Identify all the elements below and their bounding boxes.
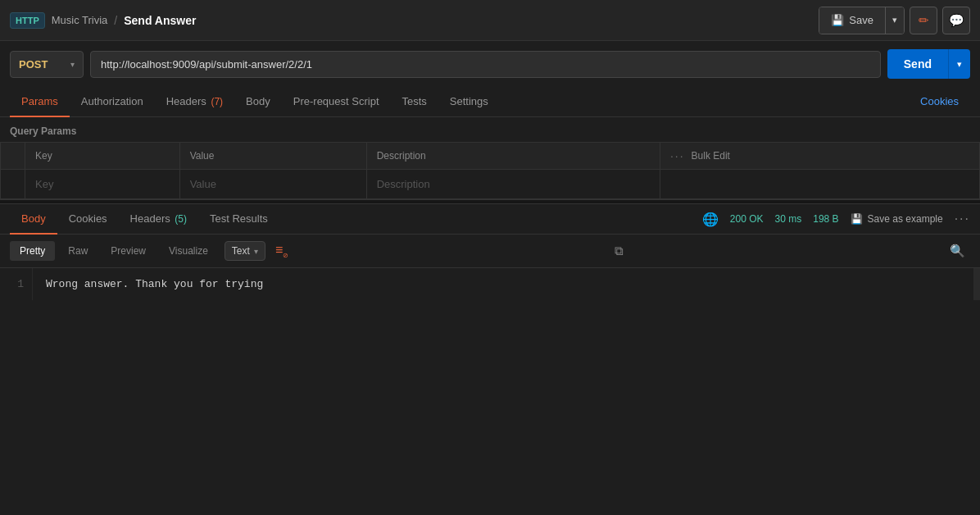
params-bulk-edit-header[interactable]: ··· Bulk Edit: [660, 143, 979, 170]
line-gutter: 1: [0, 268, 33, 300]
method-chevron-icon: ▾: [70, 60, 75, 69]
response-tab-test-results[interactable]: Test Results: [198, 204, 279, 235]
save-label: Save: [849, 14, 873, 26]
params-checkbox-col: [1, 143, 25, 170]
scrollbar[interactable]: [973, 268, 980, 300]
save-button-group: 💾 Save ▾: [819, 7, 905, 34]
bulk-edit-label[interactable]: Bulk Edit: [692, 150, 730, 162]
globe-icon: 🌐: [702, 212, 719, 227]
format-type-chevron-icon: ▾: [254, 247, 258, 256]
response-tab-headers[interactable]: Headers (5): [119, 204, 198, 235]
copy-icon: ⧉: [615, 244, 624, 258]
tab-pre-request-script[interactable]: Pre-request Script: [282, 87, 391, 117]
status-size: 198 B: [813, 213, 838, 225]
send-button-group: Send ▾: [887, 49, 970, 79]
bulk-edit-dots-icon: ···: [670, 149, 685, 162]
search-button[interactable]: 🔍: [945, 240, 970, 262]
header: HTTP Music Trivia / Send Answer 💾 Save ▾…: [0, 0, 980, 41]
http-badge: HTTP: [10, 12, 45, 29]
format-bar: Pretty Raw Preview Visualize Text ▾ ≡⊘ ⧉…: [0, 235, 980, 268]
filter-icon: ≡⊘: [275, 243, 288, 257]
params-key-header: Key: [25, 143, 180, 170]
save-example-label: Save as example: [868, 213, 943, 225]
edit-button[interactable]: ✏: [910, 7, 937, 34]
params-description-cell[interactable]: Description: [366, 170, 660, 199]
breadcrumb-collection: Music Trivia: [52, 14, 108, 26]
floppy-small-icon: 💾: [851, 213, 863, 225]
response-tab-cookies[interactable]: Cookies: [57, 204, 119, 235]
method-label: POST: [19, 58, 48, 71]
search-icon: 🔍: [950, 244, 965, 258]
response-tabs-bar: Body Cookies Headers (5) Test Results 🌐 …: [0, 204, 980, 235]
response-tab-body[interactable]: Body: [10, 204, 57, 235]
more-options-icon[interactable]: ···: [955, 212, 970, 226]
format-type-select[interactable]: Text ▾: [225, 241, 265, 261]
tab-headers[interactable]: Headers (7): [155, 87, 234, 117]
response-status-area: 🌐 200 OK 30 ms 198 B 💾 Save as example ·…: [702, 212, 970, 227]
filter-icon-button[interactable]: ≡⊘: [270, 239, 293, 262]
save-button[interactable]: 💾 Save: [819, 7, 885, 34]
query-params-title: Query Params: [0, 117, 980, 142]
send-dropdown-button[interactable]: ▾: [948, 49, 970, 79]
query-params-section: Query Params Key Value Description ··· B…: [0, 117, 980, 199]
save-as-example-button[interactable]: 💾 Save as example: [851, 213, 943, 225]
copy-button[interactable]: ⧉: [610, 240, 628, 262]
format-tab-pretty[interactable]: Pretty: [10, 241, 55, 261]
edit-icon: ✏: [919, 13, 929, 28]
comment-icon: 💬: [949, 13, 964, 28]
tab-authorization[interactable]: Authorization: [70, 87, 155, 117]
format-tab-visualize[interactable]: Visualize: [159, 241, 218, 261]
table-row: Key Value Description: [1, 170, 980, 199]
floppy-icon: 💾: [831, 14, 844, 26]
format-tab-raw[interactable]: Raw: [58, 241, 98, 261]
params-description-header: Description: [366, 143, 660, 170]
response-line-1: Wrong answer. Thank you for trying: [46, 278, 263, 290]
breadcrumb-separator: /: [114, 14, 117, 27]
tab-tests[interactable]: Tests: [391, 87, 438, 117]
status-ok: 200 OK: [730, 213, 764, 225]
format-type-label: Text: [232, 245, 250, 257]
tab-settings[interactable]: Settings: [438, 87, 500, 117]
url-bar: POST ▾ Send ▾: [0, 41, 980, 87]
comment-button[interactable]: 💬: [942, 7, 970, 34]
status-time: 30 ms: [775, 213, 802, 225]
header-left: HTTP Music Trivia / Send Answer: [10, 12, 196, 29]
method-select[interactable]: POST ▾: [10, 51, 84, 78]
tab-body[interactable]: Body: [234, 87, 282, 117]
header-right: 💾 Save ▾ ✏ 💬: [819, 7, 970, 34]
format-tab-preview[interactable]: Preview: [101, 241, 156, 261]
params-key-cell[interactable]: Key: [25, 170, 180, 199]
breadcrumb-current: Send Answer: [124, 14, 196, 27]
response-body-content: Wrong answer. Thank you for trying: [33, 268, 973, 300]
request-tabs-bar: Params Authorization Headers (7) Body Pr…: [0, 87, 980, 117]
tab-params[interactable]: Params: [10, 87, 70, 117]
params-value-header: Value: [179, 143, 366, 170]
params-table: Key Value Description ··· Bulk Edit Key …: [0, 142, 980, 199]
tab-cookies[interactable]: Cookies: [909, 87, 970, 117]
url-input[interactable]: [90, 51, 881, 78]
response-body-area: 1 Wrong answer. Thank you for trying: [0, 268, 980, 300]
save-dropdown-button[interactable]: ▾: [885, 7, 904, 34]
send-button[interactable]: Send: [887, 49, 948, 79]
params-value-cell[interactable]: Value: [179, 170, 366, 199]
